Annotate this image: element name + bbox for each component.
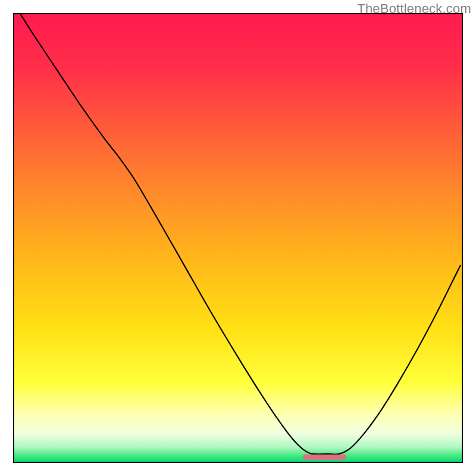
plot-area	[13, 13, 463, 463]
chart-background	[13, 13, 463, 463]
chart-container: TheBottleneck.com	[0, 0, 476, 476]
chart-svg	[13, 13, 463, 463]
